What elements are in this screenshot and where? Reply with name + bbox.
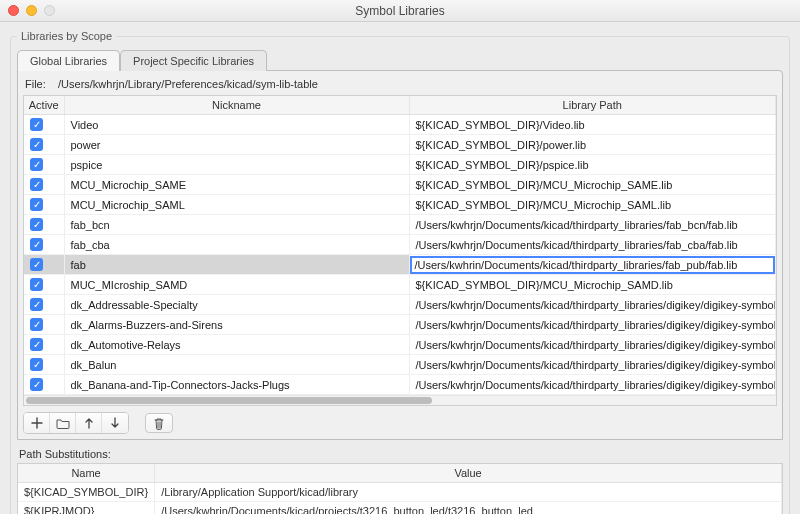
table-row[interactable]: ✓dk_Alarms-Buzzers-and-Sirens/Users/kwhr… [24,315,776,335]
nickname-cell[interactable]: dk_Automotive-Relays [64,335,409,355]
path-substitutions-wrap: Name Value ${KICAD_SYMBOL_DIR}/Library/A… [17,463,783,514]
subs-row[interactable]: ${KIPRJMOD}/Users/kwhrjn/Documents/kicad… [18,502,782,515]
checkbox-icon[interactable]: ✓ [30,358,43,371]
table-row[interactable]: ✓MUC_MIcroship_SAMD${KICAD_SYMBOL_DIR}/M… [24,275,776,295]
active-cell[interactable]: ✓ [24,355,64,375]
subs-value-cell[interactable]: /Library/Application Support/kicad/libra… [155,483,782,502]
table-row[interactable]: ✓MCU_Microchip_SAME${KICAD_SYMBOL_DIR}/M… [24,175,776,195]
nickname-cell[interactable]: fab_bcn [64,215,409,235]
nickname-cell[interactable]: dk_Addressable-Specialty [64,295,409,315]
library-path-cell[interactable]: ${KICAD_SYMBOL_DIR}/pspice.lib [409,155,776,175]
subs-col-name[interactable]: Name [18,464,155,483]
libraries-table[interactable]: Active Nickname Library Path ✓Video${KIC… [24,96,776,395]
library-path-cell[interactable]: ${KICAD_SYMBOL_DIR}/MCU_Microchip_SAML.l… [409,195,776,215]
active-cell[interactable]: ✓ [24,335,64,355]
subs-value-cell[interactable]: /Users/kwhrjn/Documents/kicad/projects/t… [155,502,782,515]
nickname-cell[interactable]: dk_Balun [64,355,409,375]
table-row[interactable]: ✓pspice${KICAD_SYMBOL_DIR}/pspice.lib [24,155,776,175]
subs-row[interactable]: ${KICAD_SYMBOL_DIR}/Library/Application … [18,483,782,502]
nickname-cell[interactable]: pspice [64,155,409,175]
active-cell[interactable]: ✓ [24,275,64,295]
library-path-cell[interactable]: /Users/kwhrjn/Documents/kicad/thirdparty… [409,215,776,235]
table-row[interactable]: ✓fab/Users/kwhrin/Documents/kicad/thirdp… [24,255,776,275]
active-cell[interactable]: ✓ [24,315,64,335]
tab-global-libraries[interactable]: Global Libraries [17,50,120,71]
nickname-cell[interactable]: MCU_Microchip_SAME [64,175,409,195]
subs-name-cell[interactable]: ${KICAD_SYMBOL_DIR} [18,483,155,502]
checkbox-icon[interactable]: ✓ [30,118,43,131]
checkbox-icon[interactable]: ✓ [30,258,43,271]
table-row[interactable]: ✓fab_cba/Users/kwhrjn/Documents/kicad/th… [24,235,776,255]
move-up-button[interactable] [76,413,102,433]
horizontal-scrollbar[interactable] [24,395,776,405]
table-row[interactable]: ✓fab_bcn/Users/kwhrjn/Documents/kicad/th… [24,215,776,235]
nickname-cell[interactable]: fab_cba [64,235,409,255]
subs-name-cell[interactable]: ${KIPRJMOD} [18,502,155,515]
nickname-cell[interactable]: dk_Banana-and-Tip-Connectors-Jacks-Plugs [64,375,409,395]
table-row[interactable]: ✓dk_Addressable-Specialty/Users/kwhrjn/D… [24,295,776,315]
file-line: File: /Users/kwhrjn/Library/Preferences/… [23,75,777,95]
path-substitutions-table[interactable]: Name Value ${KICAD_SYMBOL_DIR}/Library/A… [18,464,782,514]
checkbox-icon[interactable]: ✓ [30,378,43,391]
checkbox-icon[interactable]: ✓ [30,238,43,251]
active-cell[interactable]: ✓ [24,375,64,395]
move-down-button[interactable] [102,413,128,433]
library-path-cell[interactable]: /Users/kwhrjn/Documents/kicad/thirdparty… [409,295,776,315]
table-row[interactable]: ✓dk_Banana-and-Tip-Connectors-Jacks-Plug… [24,375,776,395]
tab-project-specific-libraries[interactable]: Project Specific Libraries [120,50,267,71]
arrow-down-icon [110,417,120,429]
table-row[interactable]: ✓dk_Balun/Users/kwhrjn/Documents/kicad/t… [24,355,776,375]
table-row[interactable]: ✓MCU_Microchip_SAML${KICAD_SYMBOL_DIR}/M… [24,195,776,215]
active-cell[interactable]: ✓ [24,215,64,235]
checkbox-icon[interactable]: ✓ [30,338,43,351]
subs-col-value[interactable]: Value [155,464,782,483]
checkbox-icon[interactable]: ✓ [30,158,43,171]
library-path-cell[interactable]: /Users/kwhrjn/Documents/kicad/thirdparty… [409,335,776,355]
table-row[interactable]: ✓dk_Automotive-Relays/Users/kwhrjn/Docum… [24,335,776,355]
library-path-cell[interactable]: ${KICAD_SYMBOL_DIR}/MCU_Microchip_SAMD.l… [409,275,776,295]
file-path: /Users/kwhrjn/Library/Preferences/kicad/… [58,78,318,90]
checkbox-icon[interactable]: ✓ [30,218,43,231]
library-path-cell[interactable]: ${KICAD_SYMBOL_DIR}/power.lib [409,135,776,155]
checkbox-icon[interactable]: ✓ [30,178,43,191]
nickname-cell[interactable]: fab [64,255,409,275]
minimize-icon[interactable] [26,5,37,16]
active-cell[interactable]: ✓ [24,155,64,175]
checkbox-icon[interactable]: ✓ [30,298,43,311]
library-path-input[interactable]: /Users/kwhrin/Documents/kicad/thirdparty… [410,256,776,274]
nickname-cell[interactable]: dk_Alarms-Buzzers-and-Sirens [64,315,409,335]
library-path-cell[interactable]: /Users/kwhrin/Documents/kicad/thirdparty… [409,255,776,275]
active-cell[interactable]: ✓ [24,135,64,155]
library-path-cell[interactable]: /Users/kwhrjn/Documents/kicad/thirdparty… [409,235,776,255]
library-path-cell[interactable]: /Users/kwhrjn/Documents/kicad/thirdparty… [409,375,776,395]
col-active[interactable]: Active [24,96,64,115]
library-path-cell[interactable]: /Users/kwhrjn/Documents/kicad/thirdparty… [409,315,776,335]
col-library-path[interactable]: Library Path [409,96,776,115]
browse-library-button[interactable] [50,413,76,433]
nickname-cell[interactable]: MCU_Microchip_SAML [64,195,409,215]
col-nickname[interactable]: Nickname [64,96,409,115]
nickname-cell[interactable]: Video [64,115,409,135]
library-path-cell[interactable]: /Users/kwhrjn/Documents/kicad/thirdparty… [409,355,776,375]
table-row[interactable]: ✓power${KICAD_SYMBOL_DIR}/power.lib [24,135,776,155]
library-path-cell[interactable]: ${KICAD_SYMBOL_DIR}/Video.lib [409,115,776,135]
nickname-cell[interactable]: MUC_MIcroship_SAMD [64,275,409,295]
checkbox-icon[interactable]: ✓ [30,138,43,151]
close-icon[interactable] [8,5,19,16]
active-cell[interactable]: ✓ [24,115,64,135]
checkbox-icon[interactable]: ✓ [30,318,43,331]
scope-tabs: Global Libraries Project Specific Librar… [17,50,783,71]
active-cell[interactable]: ✓ [24,195,64,215]
library-path-cell[interactable]: ${KICAD_SYMBOL_DIR}/MCU_Microchip_SAME.l… [409,175,776,195]
active-cell[interactable]: ✓ [24,295,64,315]
active-cell[interactable]: ✓ [24,255,64,275]
active-cell[interactable]: ✓ [24,175,64,195]
delete-library-button[interactable] [145,413,173,433]
add-library-button[interactable] [24,413,50,433]
checkbox-icon[interactable]: ✓ [30,198,43,211]
nickname-cell[interactable]: power [64,135,409,155]
table-row[interactable]: ✓Video${KICAD_SYMBOL_DIR}/Video.lib [24,115,776,135]
checkbox-icon[interactable]: ✓ [30,278,43,291]
active-cell[interactable]: ✓ [24,235,64,255]
scrollbar-thumb[interactable] [26,397,432,404]
